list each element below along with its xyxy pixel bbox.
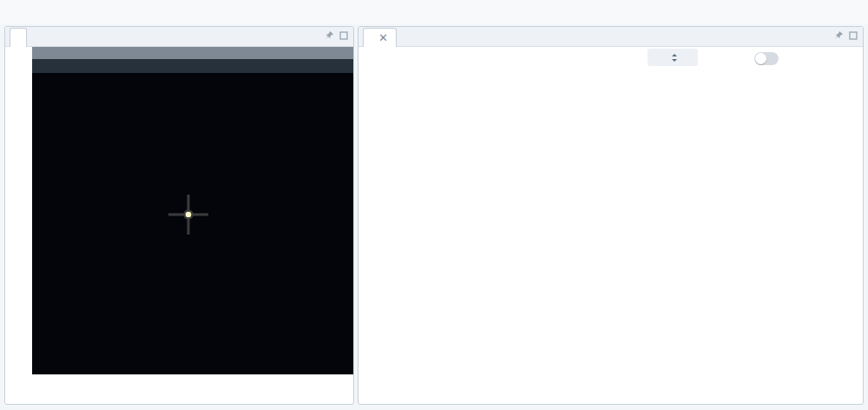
image-canvas[interactable] [32, 47, 353, 374]
cursor-crosshair-marker [32, 47, 353, 374]
stokes-charts[interactable] [358, 46, 865, 406]
close-tab-icon[interactable]: ✕ [378, 32, 388, 43]
maximize-icon[interactable] [339, 31, 348, 40]
stokes-panel-header: ✕ [358, 27, 863, 47]
image-viewer-panel [4, 26, 354, 405]
menu-bar [0, 0, 868, 24]
tab-image-iqu[interactable] [10, 28, 27, 47]
stokes-analysis-panel: ✕ [358, 26, 864, 405]
pin-icon[interactable] [834, 30, 844, 40]
image-viewer-header [5, 27, 353, 47]
cursor-wcs-info-bar [32, 47, 353, 59]
pin-icon[interactable] [325, 30, 334, 40]
dec-axis-title [3, 122, 16, 322]
tab-stokes-analysis[interactable]: ✕ [363, 28, 397, 47]
cursor-spectral-info-bar [32, 59, 353, 73]
server-status-indicator [845, 6, 854, 16]
carta-app-window: ✕ [0, 0, 868, 410]
maximize-icon[interactable] [849, 31, 858, 40]
